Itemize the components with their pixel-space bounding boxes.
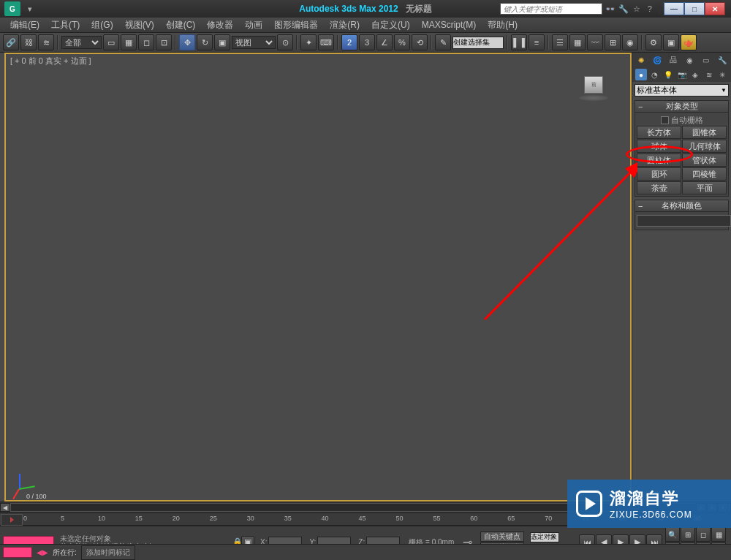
- star-icon[interactable]: ☆: [632, 4, 642, 14]
- spacewarps-subtab-icon[interactable]: ≋: [703, 69, 715, 80]
- menu-maxscript[interactable]: MAXScript(M): [416, 18, 482, 31]
- modify-tab-icon[interactable]: 🌀: [651, 54, 663, 66]
- render-setup-icon[interactable]: ⚙: [645, 34, 662, 50]
- zoom-extents-icon[interactable]: ◻: [696, 527, 711, 542]
- render-frame-icon[interactable]: ▣: [663, 34, 679, 50]
- zoom-icon[interactable]: 🔍: [665, 527, 680, 542]
- maximize-button[interactable]: □: [684, 2, 705, 15]
- menu-create[interactable]: 创建(C): [160, 18, 202, 33]
- menu-views[interactable]: 视图(V): [119, 18, 160, 33]
- cameras-subtab-icon[interactable]: 📷: [676, 69, 688, 80]
- helpers-subtab-icon[interactable]: ◈: [689, 69, 701, 80]
- select-name-icon[interactable]: ▦: [121, 34, 137, 50]
- menu-bar: 编辑(E) 工具(T) 组(G) 视图(V) 创建(C) 修改器 动画 图形编辑…: [0, 18, 731, 33]
- ref-coord-system[interactable]: 视图: [232, 36, 276, 49]
- autokey-button[interactable]: 自动关键点: [480, 531, 524, 542]
- scale-icon[interactable]: ▣: [214, 34, 230, 50]
- named-selection-set[interactable]: [452, 37, 504, 49]
- rect-region-icon[interactable]: ◻: [138, 34, 154, 50]
- hierarchy-tab-icon[interactable]: 品: [667, 54, 679, 66]
- primitive-球体[interactable]: 球体: [637, 140, 681, 153]
- layers-icon[interactable]: ☰: [552, 34, 568, 50]
- binoculars-icon[interactable]: 👓: [605, 4, 616, 14]
- primitive-圆环[interactable]: 圆环: [637, 167, 681, 181]
- frame-indicator: 0 / 100: [26, 493, 47, 500]
- menu-group[interactable]: 组(G): [86, 18, 118, 33]
- svg-line-0: [485, 161, 637, 319]
- keyboard-shortcut-icon[interactable]: ⌨: [318, 34, 334, 50]
- menu-rendering[interactable]: 渲染(R): [324, 18, 366, 33]
- primitive-茶壶[interactable]: 茶壶: [637, 181, 681, 194]
- axis-gizmo: [15, 472, 37, 494]
- bind-icon[interactable]: ≋: [38, 34, 54, 50]
- viewcube[interactable]: 前: [579, 76, 608, 102]
- angle-snap-icon[interactable]: ∠: [376, 34, 393, 50]
- object-name-input[interactable]: [637, 215, 731, 227]
- add-time-tag-button[interactable]: 添加时间标记: [81, 545, 135, 560]
- systems-subtab-icon[interactable]: ✳: [716, 69, 728, 80]
- time-slider-head: [1, 514, 23, 526]
- close-button[interactable]: ✕: [705, 2, 725, 15]
- create-tab-icon[interactable]: ✺: [635, 54, 647, 66]
- minimize-button[interactable]: —: [664, 2, 684, 15]
- material-editor-icon[interactable]: ◉: [622, 34, 638, 50]
- curve-editor-icon[interactable]: 〰: [587, 34, 603, 50]
- window-crossing-icon[interactable]: ⊡: [156, 34, 172, 50]
- viewport-label[interactable]: [ + 0 前 0 真实 + 边面 ]: [10, 56, 91, 67]
- zoom-extents-all-icon[interactable]: ▦: [711, 527, 726, 542]
- primitive-圆柱体[interactable]: 圆柱体: [637, 154, 681, 167]
- autogrid-checkbox[interactable]: [661, 116, 669, 124]
- primitive-长方体[interactable]: 长方体: [637, 126, 681, 139]
- dropdown-icon[interactable]: ▾: [25, 4, 35, 14]
- scroll-left-icon[interactable]: ◀: [0, 503, 10, 512]
- menu-animation[interactable]: 动画: [239, 18, 268, 33]
- select-object-icon[interactable]: ▭: [103, 34, 119, 50]
- selection-filter[interactable]: 全部: [61, 36, 102, 49]
- render-icon[interactable]: 🫖: [681, 34, 697, 50]
- primitive-四棱锥[interactable]: 四棱锥: [682, 167, 727, 181]
- geometry-subtab-icon[interactable]: ●: [635, 69, 647, 80]
- motion-tab-icon[interactable]: ◉: [684, 54, 696, 66]
- menu-help[interactable]: 帮助(H): [482, 18, 523, 33]
- viewcube-face[interactable]: 前: [584, 76, 603, 94]
- spinner-snap-icon[interactable]: ⟲: [412, 34, 428, 50]
- zoom-all-icon[interactable]: ⊞: [681, 527, 695, 542]
- rollout-header-namecolor[interactable]: −名称和颜色: [635, 200, 728, 212]
- edit-selection-set-icon[interactable]: ✎: [435, 34, 451, 50]
- pivot-icon[interactable]: ⊙: [277, 34, 293, 50]
- row-label-icon[interactable]: ◀▶: [37, 548, 48, 556]
- snap-2d-icon[interactable]: 2: [341, 34, 357, 50]
- move-icon[interactable]: ✥: [179, 34, 195, 50]
- menu-customize[interactable]: 自定义(U): [366, 18, 416, 33]
- primitive-平面[interactable]: 平面: [682, 181, 727, 194]
- menu-tools[interactable]: 工具(T): [45, 18, 86, 33]
- mirror-icon[interactable]: ▌▐: [511, 34, 527, 50]
- primitive-圆锥体[interactable]: 圆锥体: [682, 126, 727, 139]
- unlink-icon[interactable]: ⛓: [20, 34, 37, 50]
- shapes-subtab-icon[interactable]: ◔: [649, 69, 661, 80]
- utilities-tab-icon[interactable]: 🔧: [716, 54, 728, 66]
- manipulate-icon[interactable]: ✦: [300, 34, 317, 50]
- snap-3d-icon[interactable]: 3: [359, 34, 375, 50]
- primitive-category-combo[interactable]: 标准基本体▼: [635, 84, 729, 97]
- link-icon[interactable]: 🔗: [3, 34, 19, 50]
- primitive-管状体[interactable]: 管状体: [682, 154, 727, 167]
- help-search-input[interactable]: [500, 3, 602, 15]
- schematic-icon[interactable]: ⊞: [605, 34, 621, 50]
- graphite-icon[interactable]: ▦: [569, 34, 586, 50]
- align-icon[interactable]: ≡: [529, 34, 545, 50]
- wrench-icon[interactable]: 🔧: [618, 4, 629, 14]
- primitive-几何球体[interactable]: 几何球体: [682, 140, 727, 153]
- menu-graph-editors[interactable]: 图形编辑器: [268, 18, 324, 33]
- display-tab-icon[interactable]: ▭: [700, 54, 712, 66]
- viewport[interactable]: [ + 0 前 0 真实 + 边面 ] 前: [4, 53, 632, 502]
- key-selset[interactable]: [530, 532, 559, 542]
- menu-modifiers[interactable]: 修改器: [201, 18, 239, 33]
- rollout-header[interactable]: −对象类型: [635, 101, 728, 113]
- lights-subtab-icon[interactable]: 💡: [662, 69, 674, 80]
- menu-edit[interactable]: 编辑(E): [4, 18, 45, 33]
- frame-marker[interactable]: [3, 547, 32, 558]
- rotate-icon[interactable]: ↻: [197, 34, 213, 50]
- percent-snap-icon[interactable]: %: [394, 34, 410, 50]
- help-icon[interactable]: ?: [645, 4, 655, 14]
